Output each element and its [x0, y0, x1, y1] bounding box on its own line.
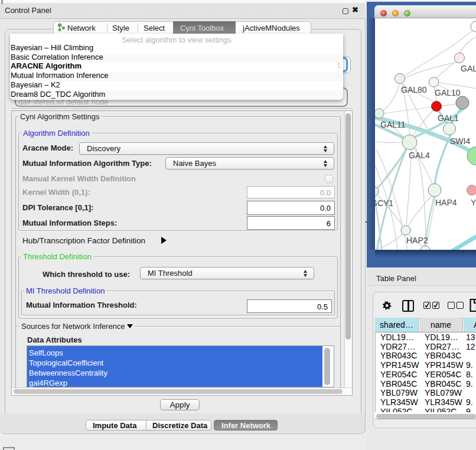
- svg-text:GAL7: GAL7: [461, 64, 476, 73]
- svg-text:GAL11: GAL11: [380, 120, 406, 129]
- svg-text:GAL10: GAL10: [435, 88, 461, 97]
- svg-text:Y: Y: [471, 198, 476, 207]
- svg-text:HAP4: HAP4: [435, 198, 457, 207]
- svg-text:GAL1: GAL1: [438, 113, 459, 123]
- svg-text:HAP2: HAP2: [406, 236, 428, 245]
- svg-text:GCY1: GCY1: [375, 198, 393, 208]
- svg-text:SWI4: SWI4: [450, 136, 470, 146]
- svg-text:GAL80: GAL80: [401, 85, 427, 94]
- svg-text:GAL4: GAL4: [409, 151, 430, 160]
